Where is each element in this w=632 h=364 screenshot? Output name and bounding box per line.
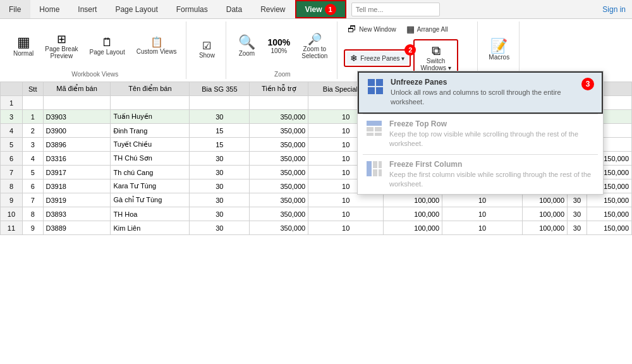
btn-macros[interactable]: 📝 Macros (484, 37, 514, 63)
btn-zoom[interactable]: 🔍 Zoom (233, 33, 260, 59)
col-header-stt[interactable]: Stt (22, 82, 43, 96)
col-header-row-num (1, 82, 23, 96)
svg-rect-1 (376, 79, 383, 86)
col-header-ma-diem-ban[interactable]: Mã điểm bán (43, 82, 111, 96)
svg-rect-11 (379, 161, 382, 168)
svg-rect-7 (367, 133, 374, 136)
svg-rect-5 (367, 127, 374, 131)
tab-home[interactable]: Home (30, 0, 69, 18)
ribbon-tabs: File Home Insert Page Layout Formulas Da… (0, 0, 632, 19)
freeze-first-col-title: Freeze First Column (389, 160, 595, 169)
btn-new-window[interactable]: 🗗 New Window (344, 23, 399, 35)
tab-insert[interactable]: Insert (69, 0, 106, 18)
search-box (346, 0, 603, 18)
step2-badge: 2 (404, 44, 416, 56)
btn-arrange-all[interactable]: ▦ Arrange All (403, 23, 452, 35)
new-window-icon: 🗗 (348, 25, 356, 33)
zoom-selection-icon: 🔎 (308, 33, 322, 45)
ribbon-group-show: ☑ Show (188, 21, 226, 79)
svg-rect-3 (376, 87, 383, 94)
tab-formulas[interactable]: Formulas (167, 0, 217, 18)
arrange-all-icon: ▦ (406, 25, 415, 33)
normal-icon: ▦ (17, 35, 30, 49)
show-icon: ☑ (202, 41, 211, 51)
table-row[interactable]: 9 7 D3919 Gà chỉ Tư Tùng 30 350,000 10 1… (1, 193, 632, 207)
tab-file[interactable]: File (0, 0, 30, 18)
freeze-panes-dropdown: Unfreeze Panes Unlock all rows and colum… (357, 71, 604, 195)
freeze-panes-highlight: ❄ Freeze Panes ▾ 2 (344, 49, 411, 67)
dropdown-item-unfreeze[interactable]: Unfreeze Panes Unlock all rows and colum… (358, 71, 603, 114)
table-row[interactable]: 11 9 D3889 Kim Liên 30 350,000 10 100,00… (1, 221, 632, 235)
col-header-ten-diem-ban[interactable]: Tên điểm bán (111, 82, 190, 96)
ribbon-group-workbook-views: ▦ Normal ⊞ Page BreakPreview 🗒 Page Layo… (4, 21, 186, 79)
tab-view[interactable]: View 1 (295, 0, 346, 18)
svg-rect-10 (373, 161, 377, 168)
btn-zoom-selection[interactable]: 🔎 Zoom toSelection (297, 31, 332, 62)
svg-rect-12 (373, 169, 377, 176)
unfreeze-desc: Unlock all rows and columns to scroll th… (391, 88, 575, 107)
tell-me-input[interactable] (351, 3, 440, 16)
dropdown-item-freeze-first-col[interactable]: Freeze First Column Keep the first colum… (358, 155, 603, 195)
ribbon-group-zoom: 🔍 Zoom 100% 100% 🔎 Zoom toSelection Zoom (228, 21, 337, 79)
tab-review[interactable]: Review (252, 0, 295, 18)
unfreeze-icon (367, 78, 384, 95)
unfreeze-title: Unfreeze Panes (391, 78, 575, 87)
svg-rect-2 (368, 87, 375, 94)
tab-page-layout[interactable]: Page Layout (106, 0, 167, 18)
svg-rect-0 (368, 79, 375, 86)
dropdown-item-freeze-top-row[interactable]: Freeze Top Row Keep the top row visible … (358, 114, 603, 154)
freeze-panes-icon: ❄ (350, 54, 358, 63)
btn-zoom-100[interactable]: 100% 100% (263, 35, 295, 57)
zoom-label: Zoom (274, 71, 291, 78)
svg-rect-9 (367, 161, 372, 176)
svg-rect-8 (375, 133, 382, 136)
page-break-icon: ⊞ (57, 33, 66, 45)
svg-rect-4 (367, 121, 382, 126)
workbook-views-label: Workbook Views (71, 71, 118, 78)
freeze-top-row-title: Freeze Top Row (389, 119, 595, 128)
page-layout-icon: 🗒 (102, 37, 113, 48)
svg-rect-13 (379, 169, 382, 176)
btn-show[interactable]: ☑ Show (193, 39, 221, 61)
zoom-icon: 🔍 (238, 35, 255, 49)
step1-badge: 1 (325, 4, 336, 15)
btn-page-layout[interactable]: 🗒 Page Layout (85, 34, 130, 58)
btn-freeze-panes[interactable]: ❄ Freeze Panes ▾ (346, 52, 408, 64)
col-header-bia-sg[interactable]: Bia SG 355 (190, 82, 250, 96)
zoom-100-icon: 100% (267, 38, 290, 47)
col-header-tien-ho-tro[interactable]: Tiền hỗ trợ (250, 82, 308, 96)
step3-badge: 3 (581, 78, 594, 90)
btn-page-break-preview[interactable]: ⊞ Page BreakPreview (40, 31, 82, 62)
freeze-top-row-desc: Keep the top row visible while scrolling… (389, 130, 595, 149)
freeze-first-col-desc: Keep the first column visible while scro… (389, 170, 595, 190)
btn-switch-windows[interactable]: ⧉ SwitchWindows ▾ (416, 42, 455, 74)
btn-custom-views[interactable]: 📋 Custom Views (132, 35, 181, 58)
sign-in-button[interactable]: Sign in (602, 0, 632, 18)
macros-icon: 📝 (490, 39, 507, 53)
freeze-top-row-icon (365, 119, 383, 137)
btn-normal[interactable]: ▦ Normal (9, 33, 38, 59)
tab-data[interactable]: Data (217, 0, 252, 18)
custom-views-icon: 📋 (150, 37, 163, 47)
switch-windows-icon: ⧉ (432, 44, 441, 57)
table-row[interactable]: 10 8 D3893 TH Hoa 30 350,000 10 100,000 … (1, 207, 632, 221)
svg-rect-6 (375, 127, 382, 131)
freeze-first-col-icon (365, 160, 383, 178)
